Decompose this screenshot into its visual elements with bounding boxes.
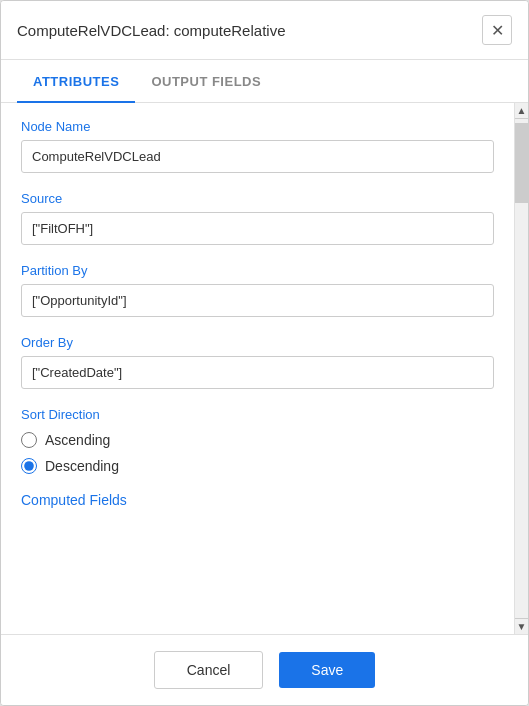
node-name-group: Node Name — [21, 119, 494, 173]
partition-by-input[interactable] — [21, 284, 494, 317]
node-name-label: Node Name — [21, 119, 494, 134]
radio-descending[interactable] — [21, 458, 37, 474]
tab-output-fields[interactable]: OUTPUT FIELDS — [135, 60, 277, 103]
node-name-input[interactable] — [21, 140, 494, 173]
sort-direction-label: Sort Direction — [21, 407, 494, 422]
partition-by-group: Partition By — [21, 263, 494, 317]
source-input[interactable] — [21, 212, 494, 245]
tab-attributes[interactable]: ATTRIBUTES — [17, 60, 135, 103]
radio-descending-label: Descending — [45, 458, 119, 474]
tabs-bar: ATTRIBUTES OUTPUT FIELDS — [1, 60, 528, 103]
scrollbar-down-arrow[interactable]: ▼ — [515, 618, 528, 634]
scrollbar-thumb[interactable] — [515, 123, 528, 203]
sort-direction-group: Sort Direction Ascending Descending — [21, 407, 494, 474]
partition-by-label: Partition By — [21, 263, 494, 278]
cancel-button[interactable]: Cancel — [154, 651, 264, 689]
close-button[interactable]: ✕ — [482, 15, 512, 45]
save-button[interactable]: Save — [279, 652, 375, 688]
source-group: Source — [21, 191, 494, 245]
source-label: Source — [21, 191, 494, 206]
order-by-group: Order By — [21, 335, 494, 389]
modal-title: ComputeRelVDCLead: computeRelative — [17, 22, 285, 39]
radio-descending-option[interactable]: Descending — [21, 458, 494, 474]
radio-ascending-option[interactable]: Ascending — [21, 432, 494, 448]
radio-ascending[interactable] — [21, 432, 37, 448]
modal-header: ComputeRelVDCLead: computeRelative ✕ — [1, 1, 528, 60]
modal-container: ComputeRelVDCLead: computeRelative ✕ ATT… — [0, 0, 529, 706]
scrollbar-track: ▲ ▼ — [514, 103, 528, 634]
order-by-label: Order By — [21, 335, 494, 350]
scrollbar-up-arrow[interactable]: ▲ — [515, 103, 528, 119]
computed-fields-link[interactable]: Computed Fields — [21, 492, 494, 508]
order-by-input[interactable] — [21, 356, 494, 389]
scrollable-content: Node Name Source Partition By Order By S… — [1, 103, 514, 634]
content-area: Node Name Source Partition By Order By S… — [1, 103, 528, 634]
footer: Cancel Save — [1, 634, 528, 705]
radio-ascending-label: Ascending — [45, 432, 110, 448]
